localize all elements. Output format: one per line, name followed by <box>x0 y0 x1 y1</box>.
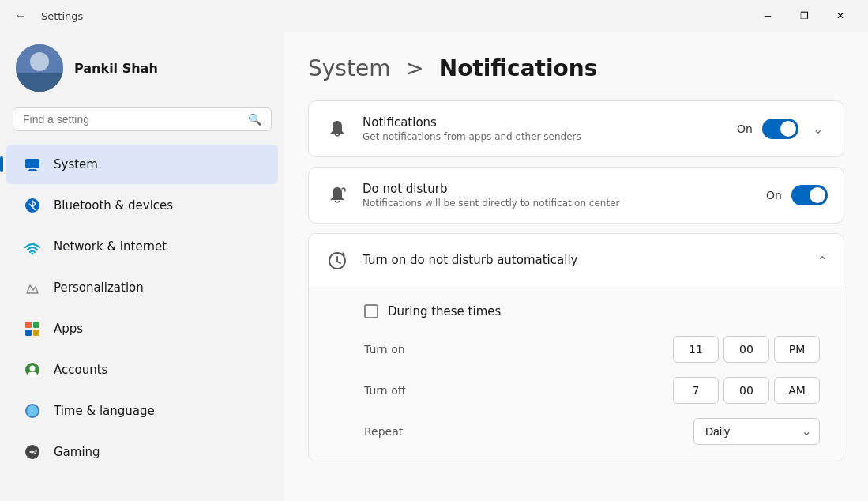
sidebar: Pankil Shah 🔍 System B <box>0 32 284 501</box>
turn-on-hour[interactable]: 11 <box>673 336 719 363</box>
sidebar-item-gaming[interactable]: Gaming <box>6 432 278 472</box>
sidebar-label-apps: Apps <box>54 322 83 336</box>
sidebar-label-personalization: Personalization <box>54 281 144 295</box>
turn-off-label: Turn off <box>364 384 427 397</box>
breadcrumb: System > Notifications <box>308 55 844 81</box>
title-bar: ← Settings ─ ❐ ✕ <box>0 0 868 32</box>
notifications-toggle[interactable] <box>762 119 798 139</box>
turn-on-label: Turn on <box>364 343 427 356</box>
minimize-button[interactable]: ─ <box>750 3 786 28</box>
sidebar-item-accounts[interactable]: Accounts <box>6 350 278 390</box>
turn-on-period[interactable]: PM <box>774 336 820 363</box>
turn-on-fields: 11 00 PM <box>673 336 820 363</box>
auto-dnd-chevron[interactable]: ⌃ <box>817 254 828 269</box>
repeat-select[interactable]: Daily Weekdays Weekends <box>693 418 820 445</box>
auto-dnd-header: Turn on do not disturb automatically ⌃ <box>309 234 844 288</box>
dnd-text: Do not disturb Notifications will be sen… <box>363 182 753 209</box>
svg-point-8 <box>32 253 34 255</box>
dnd-subtitle: Notifications will be sent directly to n… <box>363 198 753 209</box>
dnd-card: Do not disturb Notifications will be sen… <box>308 167 844 224</box>
svg-rect-11 <box>25 330 32 336</box>
sidebar-label-accounts: Accounts <box>54 363 107 377</box>
app-body: Pankil Shah 🔍 System B <box>0 32 868 501</box>
sidebar-item-network[interactable]: Network & internet <box>6 227 278 266</box>
svg-point-17 <box>27 405 38 416</box>
sidebar-label-gaming: Gaming <box>54 445 100 459</box>
auto-dnd-body: During these times Turn on 11 00 PM Turn… <box>309 288 844 461</box>
svg-point-14 <box>30 366 36 371</box>
search-box[interactable]: 🔍 <box>13 107 272 131</box>
avatar <box>16 44 63 92</box>
auto-dnd-section: Turn on do not disturb automatically ⌃ D… <box>308 233 844 461</box>
notifications-subtitle: Get notifications from apps and other se… <box>363 131 724 142</box>
dnd-icon <box>325 183 350 208</box>
notifications-controls: On ⌄ <box>737 119 828 140</box>
turn-off-minute[interactable]: 00 <box>723 377 769 404</box>
sidebar-item-time[interactable]: Time & language <box>6 391 278 431</box>
breadcrumb-separator: > <box>405 55 423 81</box>
repeat-select-wrapper: Daily Weekdays Weekends <box>693 418 820 445</box>
maximize-button[interactable]: ❐ <box>786 3 822 28</box>
dnd-row: Do not disturb Notifications will be sen… <box>309 168 844 223</box>
sidebar-item-bluetooth[interactable]: Bluetooth & devices <box>6 186 278 225</box>
repeat-label: Repeat <box>364 425 427 438</box>
turn-on-minute[interactable]: 00 <box>723 336 769 363</box>
sidebar-item-apps[interactable]: Apps <box>6 309 278 348</box>
svg-rect-4 <box>25 159 39 168</box>
page-title: Notifications <box>439 55 598 81</box>
back-button[interactable]: ← <box>9 5 32 27</box>
svg-rect-12 <box>33 330 39 336</box>
dnd-title: Do not disturb <box>363 182 753 196</box>
sidebar-item-system[interactable]: System <box>6 145 278 184</box>
system-icon <box>22 154 43 175</box>
user-name: Pankil Shah <box>74 61 158 76</box>
accounts-icon <box>22 360 43 380</box>
gaming-icon <box>22 442 43 462</box>
close-button[interactable]: ✕ <box>822 3 859 28</box>
bell-icon <box>325 116 350 141</box>
turn-off-period[interactable]: AM <box>774 377 820 404</box>
notifications-chevron[interactable]: ⌄ <box>808 119 828 140</box>
apps-icon <box>22 318 43 339</box>
during-times-row: During these times <box>364 304 820 318</box>
during-times-checkbox[interactable] <box>364 304 378 318</box>
search-icon: 🔍 <box>248 113 261 126</box>
notifications-title: Notifications <box>363 115 724 130</box>
time-icon <box>22 401 43 421</box>
auto-dnd-title: Turn on do not disturb automatically <box>363 253 577 267</box>
personalization-icon <box>22 277 43 298</box>
notifications-row: Notifications Get notifications from app… <box>309 101 844 156</box>
search-input[interactable] <box>23 113 242 126</box>
sidebar-label-system: System <box>54 157 98 171</box>
turn-on-row: Turn on 11 00 PM <box>364 336 820 363</box>
user-section: Pankil Shah <box>0 32 284 107</box>
dnd-toggle[interactable] <box>791 185 828 205</box>
app-title: Settings <box>41 10 83 22</box>
notifications-text: Notifications Get notifications from app… <box>363 115 724 142</box>
during-times-label: During these times <box>388 304 501 318</box>
svg-rect-9 <box>25 322 32 328</box>
notifications-toggle-label: On <box>737 122 753 135</box>
sidebar-item-personalization[interactable]: Personalization <box>6 268 278 307</box>
sidebar-label-time: Time & language <box>54 404 155 418</box>
main-content: System > Notifications Notifications Get… <box>284 32 868 501</box>
turn-off-row: Turn off 7 00 AM <box>364 377 820 404</box>
sidebar-label-bluetooth: Bluetooth & devices <box>54 198 173 213</box>
window-controls: ─ ❐ ✕ <box>750 3 859 28</box>
network-icon <box>22 236 43 257</box>
turn-off-hour[interactable]: 7 <box>673 377 719 404</box>
svg-point-15 <box>28 372 37 378</box>
repeat-row: Repeat Daily Weekdays Weekends <box>364 418 820 445</box>
svg-point-1 <box>30 52 49 71</box>
breadcrumb-system: System <box>308 55 390 81</box>
svg-rect-6 <box>28 170 37 171</box>
bluetooth-icon <box>22 195 43 216</box>
svg-rect-10 <box>33 322 39 328</box>
dnd-toggle-label: On <box>766 189 782 202</box>
dnd-controls: On <box>766 185 828 205</box>
turn-off-fields: 7 00 AM <box>673 377 820 404</box>
sidebar-label-network: Network & internet <box>54 239 167 254</box>
clock-icon <box>325 248 350 273</box>
notifications-card: Notifications Get notifications from app… <box>308 100 844 157</box>
svg-rect-3 <box>16 73 63 92</box>
